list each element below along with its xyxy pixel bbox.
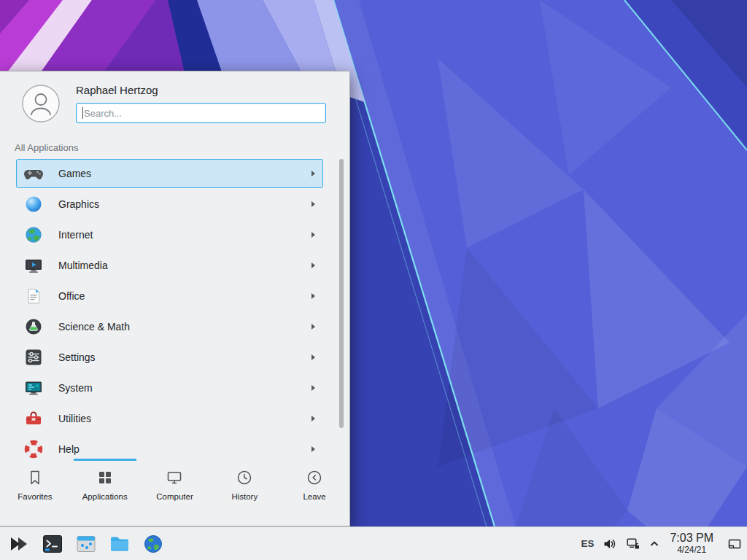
kde-launcher-icon	[7, 532, 31, 556]
bookmark-icon	[26, 469, 44, 486]
category-label: System	[58, 382, 93, 394]
user-name: Raphael Hertzog	[76, 84, 326, 96]
terminal-icon	[42, 533, 63, 555]
category-row-utilities[interactable]: Utilities	[16, 404, 323, 433]
terminal-button[interactable]	[39, 529, 66, 559]
section-label: All Applications	[0, 136, 349, 158]
show-desktop-icon	[727, 536, 743, 552]
user-avatar[interactable]	[22, 85, 60, 122]
software-button[interactable]	[73, 529, 99, 559]
tab-computer[interactable]: Computer	[140, 459, 210, 526]
app-window-icon	[75, 533, 97, 555]
submenu-arrow-icon	[311, 354, 315, 360]
category-row-system[interactable]: System	[16, 373, 323, 402]
clock-icon	[236, 469, 253, 486]
globe-browser-icon	[142, 533, 164, 555]
launcher-header: Raphael Hertzog	[0, 71, 349, 136]
application-launcher-menu: Raphael Hertzog All Applications Games	[0, 71, 350, 526]
category-label: Settings	[58, 351, 96, 363]
tab-applications[interactable]: Applications	[70, 459, 140, 526]
leave-icon	[306, 469, 323, 486]
file-manager-button[interactable]	[107, 529, 133, 559]
tray-expander-caret-up-icon[interactable]	[649, 539, 659, 549]
category-label: Internet	[58, 229, 93, 241]
tab-label: Computer	[156, 492, 193, 501]
category-list: Games Graphics Internet Mult	[0, 158, 349, 459]
settings-icon	[23, 347, 44, 368]
utilities-icon	[23, 408, 44, 429]
launcher-tabbar: Favorites Applications Computer History …	[0, 459, 349, 526]
category-label: Graphics	[58, 198, 99, 210]
tab-label: Leave	[303, 492, 325, 501]
volume-icon[interactable]	[603, 537, 617, 551]
tab-label: History	[231, 492, 258, 501]
help-icon	[23, 439, 44, 459]
category-label: Office	[58, 290, 85, 302]
monitor-icon	[166, 469, 183, 486]
category-label: Science & Math	[58, 321, 130, 332]
category-row-games[interactable]: Games	[16, 159, 323, 188]
folder-icon	[109, 533, 131, 555]
taskbar: ES 7:03 PM 4/24/21	[0, 526, 747, 560]
graphics-icon	[23, 194, 44, 214]
clock-date: 4/24/21	[670, 545, 713, 556]
category-row-multimedia[interactable]: Multimedia	[16, 251, 323, 280]
submenu-arrow-icon	[311, 171, 315, 176]
category-row-graphics[interactable]: Graphics	[16, 190, 323, 219]
submenu-arrow-icon	[311, 262, 315, 268]
category-label: Multimedia	[58, 260, 108, 271]
taskbar-launchers	[6, 529, 174, 559]
system-tray: ES 7:03 PM 4/24/21	[581, 532, 743, 555]
user-icon	[22, 85, 60, 122]
app-launcher-button[interactable]	[6, 529, 32, 559]
submenu-arrow-icon	[311, 293, 315, 299]
submenu-arrow-icon	[311, 324, 315, 330]
tab-favorites[interactable]: Favorites	[0, 459, 70, 526]
category-row-settings[interactable]: Settings	[16, 343, 323, 372]
system-icon	[23, 378, 44, 398]
submenu-arrow-icon	[311, 416, 315, 421]
globe-icon	[23, 225, 44, 245]
scrollbar-thumb[interactable]	[339, 159, 344, 428]
scrollbar-track[interactable]	[339, 159, 344, 451]
science-icon	[23, 316, 44, 337]
clock-time: 7:03 PM	[670, 532, 713, 545]
submenu-arrow-icon	[311, 446, 315, 452]
grid-icon	[96, 469, 114, 486]
search-input[interactable]	[76, 103, 326, 123]
submenu-arrow-icon	[311, 385, 315, 391]
category-label: Utilities	[58, 413, 91, 424]
submenu-arrow-icon	[311, 201, 315, 207]
category-label: Games	[58, 168, 91, 179]
tab-leave[interactable]: Leave	[279, 459, 349, 526]
show-desktop-button[interactable]	[727, 536, 743, 552]
category-row-science-math[interactable]: Science & Math	[16, 312, 323, 341]
web-browser-button[interactable]	[140, 529, 166, 559]
category-row-office[interactable]: Office	[16, 281, 323, 311]
network-icon[interactable]	[626, 537, 640, 551]
digital-clock[interactable]: 7:03 PM 4/24/21	[668, 532, 715, 555]
tab-label: Applications	[82, 492, 128, 501]
tab-label: Favorites	[18, 492, 52, 501]
submenu-arrow-icon	[311, 232, 315, 238]
office-icon	[23, 286, 44, 306]
gamepad-icon	[23, 163, 44, 184]
category-row-internet[interactable]: Internet	[16, 220, 323, 249]
keyboard-layout-indicator[interactable]: ES	[581, 538, 594, 549]
category-row-help[interactable]: Help	[16, 435, 323, 459]
category-label: Help	[58, 443, 80, 455]
multimedia-icon	[23, 255, 44, 276]
tab-history[interactable]: History	[209, 459, 279, 526]
text-cursor	[82, 107, 83, 119]
